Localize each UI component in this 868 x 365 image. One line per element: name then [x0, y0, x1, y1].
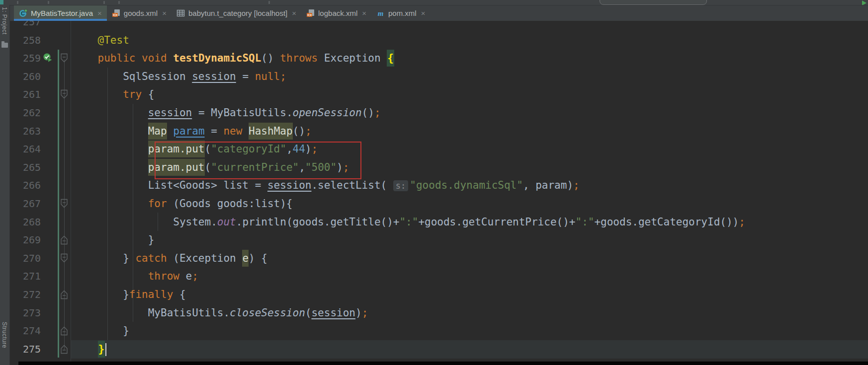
code-line-261[interactable]: try { — [73, 85, 868, 104]
svg-text:m: m — [378, 9, 384, 17]
toolbar-separator — [103, 1, 105, 4]
line-number: 269 — [10, 231, 41, 249]
close-icon[interactable]: × — [421, 9, 426, 17]
line-number: 271 — [10, 267, 41, 286]
toolbar-separator — [17, 1, 18, 4]
fold-up-icon[interactable] — [60, 326, 68, 336]
line-number: 258 — [10, 31, 41, 50]
line-number: 266 — [10, 176, 41, 195]
maven-icon: m — [376, 9, 385, 17]
toolbar-separator — [268, 1, 270, 4]
project-folder-icon — [1, 43, 8, 48]
line-number: 275 — [10, 340, 41, 359]
code-line-268[interactable]: System.out.println(goods.getTitle()+":"+… — [73, 213, 868, 231]
line-number: 268 — [10, 213, 41, 231]
sidebar-item-project[interactable]: 1: Project — [1, 7, 8, 35]
fold-down-icon[interactable] — [60, 89, 68, 99]
line-number: 264 — [10, 140, 41, 158]
fold-up-icon[interactable] — [60, 344, 68, 354]
xml-file-icon: <> — [306, 9, 315, 17]
tab-label: MyBatisTestor.java — [31, 9, 93, 17]
sidebar-item-structure[interactable]: Structure — [1, 322, 8, 348]
gutter-divider — [71, 20, 71, 365]
line-number: 265 — [10, 158, 41, 177]
code-line-258[interactable]: @Test — [73, 31, 868, 50]
line-number: 267 — [10, 195, 41, 213]
editor-tab-bar: CMyBatisTestor.java×<>goods.xml×babytun.… — [10, 5, 868, 21]
toolbar-separator — [118, 1, 120, 4]
line-number: 260 — [10, 68, 41, 86]
fold-up-icon[interactable] — [60, 290, 68, 299]
table-icon — [176, 9, 185, 17]
toolbar-chip — [0, 0, 3, 4]
line-number: 262 — [10, 104, 41, 122]
tab-label: goods.xml — [124, 9, 158, 17]
code-line-272[interactable]: }finally { — [73, 286, 868, 304]
svg-text:<>: <> — [112, 13, 117, 17]
parameter-hint: s: — [393, 180, 408, 191]
code-line-260[interactable]: SqlSession session = null; — [73, 68, 868, 86]
tab-label: pom.xml — [388, 9, 417, 17]
close-icon[interactable]: × — [362, 9, 366, 17]
text-caret — [105, 343, 106, 356]
tab-label: babytun.t_category [localhost] — [188, 9, 287, 17]
ide-window: 2572582592602612622632642652662672682692… — [0, 0, 868, 365]
line-number: 273 — [10, 304, 41, 322]
line-number: 261 — [10, 85, 41, 104]
code-line-271[interactable]: throw e; — [73, 267, 868, 286]
line-number: 263 — [10, 122, 41, 141]
fold-down-icon[interactable] — [60, 199, 68, 209]
line-number: 274 — [10, 322, 41, 340]
line-number: 272 — [10, 286, 41, 304]
code-line-274[interactable]: } — [73, 322, 868, 340]
close-icon[interactable]: × — [162, 9, 167, 17]
red-annotation-box — [155, 142, 361, 179]
code-line-262[interactable]: session = MyBatisUtils.openSession(); — [73, 104, 868, 122]
code-line-275[interactable]: } — [73, 340, 868, 359]
tab-pom.xml[interactable]: mpom.xml× — [371, 5, 430, 21]
tab-label: logback.xml — [318, 9, 357, 17]
tab-logback.xml[interactable]: <>logback.xml× — [301, 5, 371, 21]
java-class-icon: C — [19, 9, 27, 17]
code-line-263[interactable]: Map param = new HashMap(); — [73, 122, 868, 141]
line-number: 259 — [10, 49, 41, 68]
tab-mybatistestor.java[interactable]: CMyBatisTestor.java× — [14, 5, 107, 21]
code-line-273[interactable]: MyBatisUtils.closeSession(session); — [73, 304, 868, 322]
code-editor[interactable]: 2572582592602612622632642652662672682692… — [10, 0, 868, 365]
run-test-gutter-icon[interactable] — [43, 53, 54, 64]
run-icon[interactable] — [862, 0, 867, 5]
svg-text:<>: <> — [307, 13, 312, 17]
tab-babytun.t-category-localhost-[interactable]: babytun.t_category [localhost]× — [172, 5, 301, 21]
line-number: 270 — [10, 249, 41, 268]
code-line-269[interactable]: } — [73, 231, 868, 249]
xml-file-icon: <> — [112, 9, 120, 17]
close-icon[interactable]: × — [292, 9, 296, 17]
code-line-270[interactable]: } catch (Exception e) { — [73, 249, 868, 268]
main-toolbar — [0, 0, 868, 5]
tab-goods.xml[interactable]: <>goods.xml× — [107, 5, 172, 21]
fold-up-icon[interactable] — [60, 235, 68, 245]
tool-window-stripe: 1: Project Structure — [0, 5, 10, 365]
code-line-259[interactable]: public void testDynamicSQL() throws Exce… — [73, 49, 868, 68]
fold-down-icon[interactable] — [60, 253, 68, 263]
toolbar-separator — [48, 1, 49, 4]
run-config-combo[interactable] — [600, 0, 707, 5]
vcs-change-bar — [58, 50, 59, 358]
bottom-edge-bar — [18, 362, 868, 365]
fold-down-icon[interactable] — [60, 53, 68, 63]
close-icon[interactable]: × — [97, 9, 102, 17]
code-line-267[interactable]: for (Goods goods:list){ — [73, 195, 868, 213]
